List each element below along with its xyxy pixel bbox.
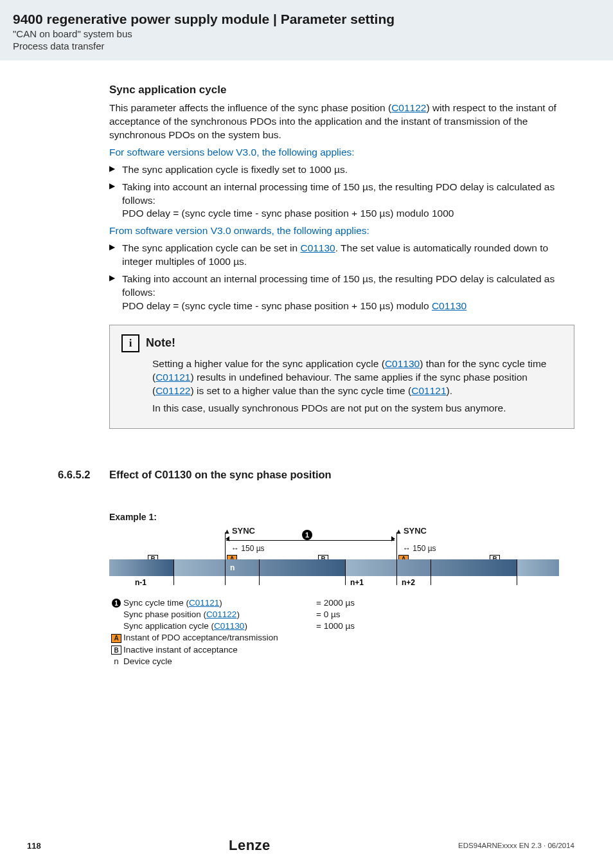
note-p1-a: Setting a higher value for the sync appl… — [152, 358, 385, 369]
note-box: i Note! Setting a higher value for the s… — [109, 325, 574, 429]
callout-1-icon: 1 — [112, 599, 121, 608]
legend-label-a: Sync phase position ( — [123, 610, 206, 619]
info-icon: i — [121, 334, 139, 352]
link-c01121[interactable]: C01121 — [411, 385, 446, 396]
list-item: Taking into account an internal processi… — [109, 181, 574, 221]
example-1: Example 1: SYNC SYNC 1 ↔ 150 µs ↔ 150 µs… — [109, 512, 574, 667]
cycle-label-n+2: n+2 — [402, 578, 415, 587]
tick-icon — [431, 559, 431, 585]
link-c01121[interactable]: C01121 — [155, 372, 190, 383]
t150-label: ↔ 150 µs — [403, 544, 436, 553]
link-c01130[interactable]: C01130 — [300, 242, 335, 253]
legend-label: Device cycle — [123, 656, 316, 666]
li-text: Taking into account an internal processi… — [122, 273, 555, 298]
link-c01130[interactable]: C01130 — [432, 300, 466, 311]
note-p1-e: ). — [447, 385, 452, 396]
list-item: The sync application cycle can be set in… — [109, 242, 574, 269]
lenze-logo: Lenze — [229, 837, 271, 854]
page-number: 118 — [27, 841, 41, 851]
tick-icon — [517, 559, 517, 585]
link-c01130[interactable]: C01130 — [214, 621, 244, 631]
t150-text: 150 µs — [413, 544, 436, 553]
tick-icon — [225, 532, 226, 585]
li-text-a: The sync application cycle can be set in — [122, 242, 300, 253]
tick-icon — [345, 559, 346, 585]
diagram-legend: 1 Sync cycle time (C01121) = 2000 µs Syn… — [109, 598, 574, 667]
subhead-from-v3: From software version V3.0 onwards, the … — [109, 224, 574, 238]
section-title: Effect of C01130 on the sync phase posit… — [109, 469, 332, 480]
t150-text: 150 µs — [241, 544, 264, 553]
marker-b-icon: B — [111, 646, 121, 655]
legend-label-a: Sync cycle time ( — [123, 598, 189, 608]
legend-row: Sync phase position (C01122) = 0 µs — [109, 610, 574, 619]
tick-icon — [173, 559, 174, 585]
list-from-v3: The sync application cycle can be set in… — [109, 242, 574, 313]
page-footer: 118 Lenze EDS94ARNExxxx EN 2.3 · 06/2014 — [0, 837, 613, 854]
note-p2: In this case, usually synchronous PDOs a… — [152, 402, 562, 415]
section-sync-app-cycle-heading: Sync application cycle — [109, 84, 574, 96]
cycle-label-n: n — [230, 563, 235, 572]
legend-label-a: Sync application cycle ( — [123, 621, 214, 631]
cycle-label-n-1: n-1 — [135, 578, 147, 587]
legend-row: B Inactive instant of acceptance — [109, 645, 574, 655]
legend-row: Sync application cycle (C01130) = 1000 µ… — [109, 621, 574, 631]
legend-label: Instant of PDO acceptance/transmission — [123, 633, 316, 642]
li-text: Taking into account an internal processi… — [122, 181, 555, 206]
cycle-bar — [517, 559, 559, 576]
tick-icon — [259, 559, 260, 585]
legend-value: = 0 µs — [316, 610, 340, 619]
legend-label-b: ) — [244, 621, 247, 631]
note-p1-d: ) is set to a higher value than the sync… — [190, 385, 411, 396]
link-c01122[interactable]: C01122 — [206, 610, 236, 619]
subhead-below-v3: For software versions below V3.0, the fo… — [109, 146, 574, 159]
t150-label: ↔ 150 µs — [231, 544, 265, 553]
legend-label: Inactive instant of acceptance — [123, 645, 316, 655]
link-c01130[interactable]: C01130 — [385, 358, 420, 369]
para-intro-a: This parameter affects the influence of … — [109, 102, 391, 113]
timing-diagram: SYNC SYNC 1 ↔ 150 µs ↔ 150 µs B A B A B — [109, 526, 559, 590]
sync-marker: SYNC — [395, 526, 427, 536]
header-sub2: Process data transfer — [13, 41, 600, 51]
document-id: EDS94ARNExxxx EN 2.3 · 06/2014 — [458, 842, 574, 849]
note-title: Note! — [146, 336, 175, 350]
legend-row: 1 Sync cycle time (C01121) = 2000 µs — [109, 598, 574, 608]
list-item: Taking into account an internal processi… — [109, 273, 574, 313]
para-intro: This parameter affects the influence of … — [109, 102, 574, 142]
legend-row: n Device cycle — [109, 656, 574, 666]
header-title: 9400 regenerative power supply module | … — [13, 12, 600, 27]
section-6-6-5-2-heading: 6.6.5.2Effect of C01130 on the sync phas… — [58, 469, 574, 481]
list-below-v3: The sync application cycle is fixedly se… — [109, 163, 574, 221]
legend-symbol-n: n — [109, 656, 123, 666]
legend-value: = 2000 µs — [316, 598, 355, 608]
section-number: 6.6.5.2 — [58, 469, 109, 481]
cycle-label-n+1: n+1 — [350, 578, 364, 587]
link-c01122[interactable]: C01122 — [391, 102, 426, 113]
sync-marker: SYNC — [224, 526, 255, 536]
example-label: Example 1: — [109, 512, 574, 522]
note-body: Setting a higher value for the sync appl… — [121, 357, 562, 415]
callout-1-icon: 1 — [302, 530, 312, 540]
legend-row: A Instant of PDO acceptance/transmission — [109, 633, 574, 643]
li-formula-pre: PDO delay = (sync cycle time - sync phas… — [122, 300, 432, 311]
link-c01121[interactable]: C01121 — [189, 598, 219, 608]
cycle-bar — [109, 559, 173, 576]
header-sub1: "CAN on board" system bus — [13, 28, 600, 39]
tick-icon — [396, 532, 397, 585]
page-header: 9400 regenerative power supply module | … — [0, 0, 613, 60]
li-formula: PDO delay = (sync cycle time - sync phas… — [122, 208, 454, 219]
marker-a-icon: A — [111, 634, 121, 643]
legend-value: = 1000 µs — [316, 621, 355, 631]
link-c01122[interactable]: C01122 — [155, 385, 190, 396]
list-item: The sync application cycle is fixedly se… — [109, 163, 574, 177]
legend-label-b: ) — [236, 610, 240, 619]
legend-label-b: ) — [219, 598, 222, 608]
